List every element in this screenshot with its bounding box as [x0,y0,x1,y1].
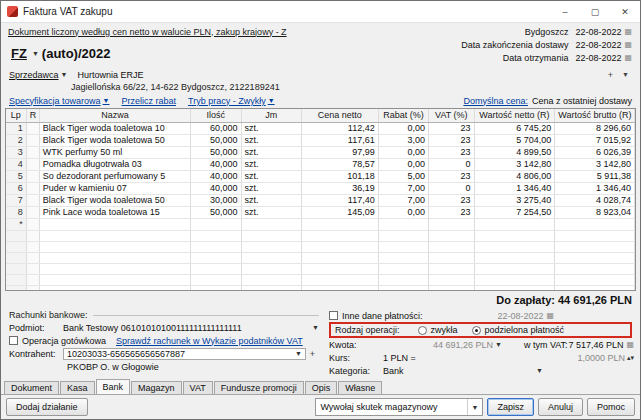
cell-cena[interactable]: 101,18 [302,170,379,182]
cell-brutto[interactable]: 4 028,74 [555,194,635,206]
cell-netto[interactable] [474,252,555,263]
cell-nazwa[interactable] [39,230,190,241]
tab-bank[interactable]: Bank [96,379,131,394]
minimize-button[interactable]: – [550,1,580,23]
cell-netto[interactable] [474,230,555,241]
cell-ilosc[interactable] [191,218,241,230]
other-payment-date-field[interactable]: 22-08-2022 [497,311,543,321]
cell-jm[interactable] [241,274,302,285]
add-action-button[interactable]: Dodaj działanie [6,398,88,416]
cell-r[interactable] [26,134,39,146]
cell-ilosc[interactable]: 50,000 [191,146,241,158]
cell-nazwa[interactable]: Black Tiger woda toaletowa 50 [39,194,190,206]
calendar-icon[interactable]: ▦ [626,340,634,349]
cell-nazwa[interactable]: Black Tiger woda toaletowa 10 [39,122,190,134]
cell-rabat[interactable]: 0,00 [378,122,428,134]
cell-cena[interactable] [302,263,379,274]
cell-lp[interactable] [6,241,26,252]
calendar-icon[interactable]: ▦ [624,53,632,62]
table-row[interactable] [6,274,635,285]
default-price-link[interactable]: Domyślna cena: [463,96,528,106]
spec-link[interactable]: Specyfikacja towarowa▼ [9,96,109,106]
cell-netto[interactable] [474,263,555,274]
cell-rabat[interactable] [378,252,428,263]
cell-r[interactable] [26,170,39,182]
cell-r[interactable] [26,158,39,170]
cell-jm[interactable] [241,230,302,241]
cell-lp[interactable] [6,263,26,274]
table-row[interactable]: 4Pomadka długotrwała 0340,000szt.78,570,… [6,158,635,170]
table-row[interactable]: * [6,218,635,230]
calendar-icon[interactable]: ▦ [624,40,632,49]
cell-nazwa[interactable]: WTK perfumy 50 ml [39,146,190,158]
cell-nazwa[interactable] [39,263,190,274]
cell-rabat[interactable] [378,263,428,274]
recalc-rabat-link[interactable]: Przelicz rabat [121,96,176,106]
calc-method-link[interactable]: Dokument liczony według cen netto w walu… [8,27,287,37]
table-row[interactable] [6,263,635,274]
cell-netto[interactable]: 4 899,50 [474,146,555,158]
cell-jm[interactable]: szt. [241,134,302,146]
other-payment-checkbox[interactable] [329,311,338,320]
table-row[interactable]: 7Black Tiger woda toaletowa 5030,000szt.… [6,194,635,206]
tab-vat[interactable]: VAT [183,381,213,394]
tab-opis[interactable]: Opis [305,381,338,394]
city-date-field[interactable]: 22-08-2022 [575,27,621,37]
radio-split-payment[interactable]: podzielona płatność [472,325,565,335]
cell-ilosc[interactable]: 60,000 [191,122,241,134]
cell-vat[interactable] [429,241,474,252]
cell-lp[interactable] [6,252,26,263]
cell-nazwa[interactable] [39,218,190,230]
chevron-down-icon[interactable]: ▼ [495,341,502,348]
cell-vat[interactable]: 23 [429,206,474,218]
close-button[interactable]: ✕ [610,1,640,23]
cell-vat[interactable] [429,230,474,241]
cell-lp[interactable]: 5 [6,170,26,182]
table-row[interactable]: 2Black Tiger woda toaletowa 5050,000szt.… [6,134,635,146]
podmiot-account-select[interactable]: Bank Testowy 06101010100111111111111111 … [63,323,319,333]
cell-lp[interactable]: 3 [6,146,26,158]
cell-ilosc[interactable]: 40,000 [191,182,241,194]
cell-nazwa[interactable] [39,274,190,285]
cell-lp[interactable]: 7 [6,194,26,206]
cash-operation-checkbox[interactable] [9,336,18,345]
cell-vat[interactable] [429,218,474,230]
cell-lp[interactable]: 2 [6,134,26,146]
cell-cena[interactable]: 78,57 [302,158,379,170]
cell-ilosc[interactable] [191,263,241,274]
rate-value-field[interactable]: 1,0000 PLN [577,353,625,363]
cell-r[interactable] [26,274,39,285]
cell-ilosc[interactable] [191,274,241,285]
cell-ilosc[interactable]: 50,000 [191,206,241,218]
cell-brutto[interactable] [555,230,635,241]
seller-label-dropdown[interactable]: Sprzedawca [9,70,59,80]
cell-rabat[interactable]: 3,00 [378,134,428,146]
delivery-end-date-field[interactable]: 22-08-2022 [575,40,621,50]
table-row[interactable]: 3WTK perfumy 50 ml50,000szt.97,990,00234… [6,146,635,158]
cell-jm[interactable] [241,263,302,274]
cell-lp[interactable]: 6 [6,182,26,194]
cell-nazwa[interactable]: Black Tiger woda toaletowa 50 [39,134,190,146]
cell-jm[interactable]: szt. [241,170,302,182]
cell-r[interactable] [26,194,39,206]
cell-lp[interactable]: 1 [6,122,26,134]
work-mode-link[interactable]: Tryb pracy - Zwykły▼ [188,96,275,106]
cell-vat[interactable] [429,263,474,274]
cell-rabat[interactable]: 0,00 [378,206,428,218]
cell-r[interactable] [26,182,39,194]
add-account-button[interactable]: + [306,348,319,359]
maximize-button[interactable]: ▢ [580,1,610,23]
cell-rabat[interactable]: 0,00 [378,146,428,158]
spinner-icon[interactable]: ▴▾ [627,354,634,362]
cell-netto[interactable] [474,241,555,252]
cell-nazwa[interactable] [39,252,190,263]
cell-cena[interactable]: 97,99 [302,146,379,158]
cell-rabat[interactable] [378,230,428,241]
cell-netto[interactable]: 3 275,40 [474,194,555,206]
table-row[interactable]: 1Black Tiger woda toaletowa 1060,000szt.… [6,122,635,134]
cell-nazwa[interactable]: Pink Lace woda toaletowa 15 [39,206,190,218]
tab-kasa[interactable]: Kasa [60,381,95,394]
table-row[interactable]: 6Puder w kamieniu 0740,000szt.36,197,000… [6,182,635,194]
cell-jm[interactable]: szt. [241,206,302,218]
cell-vat[interactable]: 23 [429,134,474,146]
